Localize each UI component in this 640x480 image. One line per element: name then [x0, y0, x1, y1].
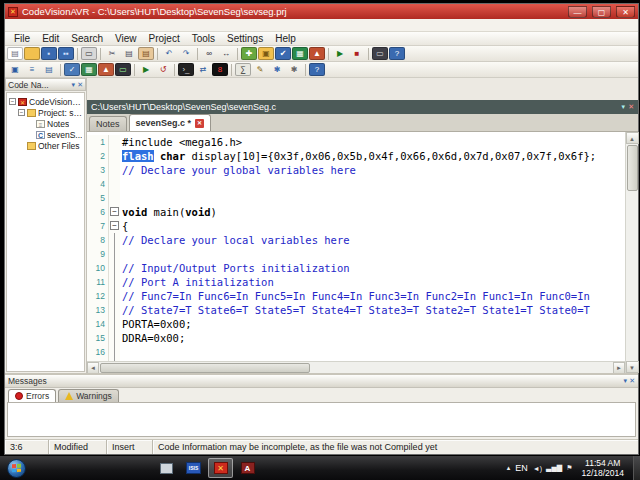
menu-edit[interactable]: Edit — [36, 32, 65, 45]
open-file-icon[interactable] — [24, 47, 40, 60]
paste-icon[interactable]: ▤ — [138, 47, 154, 60]
run-icon[interactable]: ▶ — [332, 47, 348, 60]
code-line[interactable]: 10// Input/Output Ports initialization — [87, 261, 625, 275]
tree-expander-icon[interactable]: − — [18, 109, 25, 116]
save-file-icon[interactable]: ▪ — [41, 47, 57, 60]
find-icon[interactable]: ∞ — [201, 47, 217, 60]
tab-warnings[interactable]: Warnings — [58, 389, 119, 402]
replace-icon[interactable]: ↔ — [218, 47, 234, 60]
fold-collapse-icon[interactable]: − — [110, 207, 119, 216]
tab-close-icon[interactable]: ✕ — [195, 119, 204, 128]
tree-item-codevisionavr[interactable]: −✕CodeVisionAVR — [7, 96, 84, 107]
horizontal-scrollbar[interactable]: ◄ ► — [87, 361, 625, 373]
code-line[interactable]: 11// Port A initialization — [87, 275, 625, 289]
code-line[interactable]: 9 — [87, 247, 625, 261]
compile-icon[interactable]: ✔ — [275, 47, 291, 60]
new-file-icon[interactable]: ▤ — [7, 47, 23, 60]
code-line[interactable]: 5 — [87, 191, 625, 205]
code-line[interactable]: 2flash char display[10]={0x3f,0x06,0x5b,… — [87, 149, 625, 163]
view-editors-icon[interactable]: ▣ — [7, 63, 23, 76]
menu-tools[interactable]: Tools — [186, 32, 221, 45]
horizontal-scroll-thumb[interactable] — [100, 363, 310, 373]
tab-sevenseg-c[interactable]: sevenSeg.c *✕ — [129, 114, 212, 131]
editor-close-icon[interactable]: ✕ — [628, 103, 634, 111]
redo-icon[interactable]: ↷ — [178, 47, 194, 60]
help-icon[interactable]: ? — [389, 47, 405, 60]
new-project-icon[interactable]: ✚ — [241, 47, 257, 60]
undo-icon[interactable]: ↶ — [161, 47, 177, 60]
menu-file[interactable]: File — [8, 32, 36, 45]
code-editor[interactable]: 1#include <mega16.h>2flash char display[… — [87, 132, 625, 361]
save-all-icon[interactable]: ▪▪ — [58, 47, 74, 60]
taskbar-proteus-isis[interactable]: ISIS — [181, 458, 206, 478]
tree-item-project-sev[interactable]: −Project: sev... — [7, 107, 84, 118]
code-line[interactable]: 4 — [87, 177, 625, 191]
menu-settings[interactable]: Settings — [221, 32, 269, 45]
code-line[interactable]: 3// Declare your global variables here — [87, 163, 625, 177]
vertical-scroll-thumb[interactable] — [627, 145, 638, 191]
led-display-icon[interactable]: 8 — [212, 63, 228, 76]
code-line[interactable]: 6−void main(void) — [87, 205, 625, 219]
configure-project-icon[interactable]: ✱ — [269, 63, 285, 76]
chevron-down-icon[interactable]: ▾ — [624, 376, 628, 386]
code-line[interactable]: 7−{ — [87, 219, 625, 233]
maximize-button[interactable]: ▢ — [592, 6, 611, 18]
scroll-left-icon[interactable]: ◄ — [87, 362, 99, 374]
notes-tool-icon[interactable]: ✎ — [252, 63, 268, 76]
calculator-icon[interactable]: ∑ — [235, 63, 251, 76]
taskbar-codevisionavr[interactable]: ✕ — [208, 458, 233, 478]
code-line[interactable]: 12// Func7=In Func6=In Func5=In Func4=In… — [87, 289, 625, 303]
serial-communication-icon[interactable]: ⇄ — [195, 63, 211, 76]
code-line[interactable]: 16 — [87, 345, 625, 359]
menu-search[interactable]: Search — [65, 32, 109, 45]
menu-help[interactable]: Help — [269, 32, 302, 45]
taskbar-avr-studio[interactable]: A — [235, 458, 260, 478]
scroll-up-icon[interactable]: ▲ — [626, 132, 639, 144]
make-project-icon[interactable]: ▦ — [81, 63, 97, 76]
hidden-icons-button[interactable]: ▴ — [507, 464, 511, 472]
panel-close-icon[interactable]: ✕ — [629, 376, 635, 386]
language-indicator[interactable]: EN — [515, 463, 528, 473]
taskbar-system-utility[interactable] — [154, 458, 179, 478]
terminal-icon[interactable]: ›_ — [178, 63, 194, 76]
action-center-icon[interactable]: ⚑ — [566, 464, 572, 472]
code-line[interactable]: 13// State7=T State6=T State5=T State4=T… — [87, 303, 625, 317]
code-line[interactable]: 1#include <mega16.h> — [87, 135, 625, 149]
help-contents-icon[interactable]: ? — [309, 63, 325, 76]
tab-notes[interactable]: Notes — [89, 116, 127, 131]
make-icon[interactable]: ▦ — [292, 47, 308, 60]
tab-errors[interactable]: Errors — [8, 389, 56, 402]
scroll-right-icon[interactable]: ► — [613, 362, 625, 374]
open-project-icon[interactable]: ▣ — [258, 47, 274, 60]
copy-icon[interactable]: ▤ — [121, 47, 137, 60]
chip-programmer-icon[interactable]: ▭ — [372, 47, 388, 60]
chip-reset-icon[interactable]: ↺ — [155, 63, 171, 76]
print-icon[interactable]: ▭ — [81, 47, 97, 60]
menu-project[interactable]: Project — [143, 32, 186, 45]
code-line[interactable]: 15DDRA=0x00; — [87, 331, 625, 345]
fold-collapse-icon[interactable]: − — [110, 221, 119, 230]
tree-expander-icon[interactable]: − — [9, 98, 16, 105]
close-button[interactable]: ✕ — [616, 6, 635, 18]
network-icon[interactable]: ▃▅▇ — [546, 464, 562, 472]
program-chip-icon[interactable]: ▭ — [115, 63, 131, 76]
menu-view[interactable]: View — [109, 32, 143, 45]
chevron-down-icon[interactable]: ▾ — [72, 80, 76, 90]
title-bar[interactable]: ✕ CodeVisionAVR - C:\Users\HUT\Desktop\S… — [5, 4, 638, 19]
tree-item-notes[interactable]: ≡Notes — [7, 118, 84, 129]
build-all-icon[interactable]: ▲ — [309, 47, 325, 60]
code-line[interactable]: 14PORTA=0x00; — [87, 317, 625, 331]
tree-item-sevens[interactable]: CsevenS... — [7, 129, 84, 140]
cut-icon[interactable]: ✂ — [104, 47, 120, 60]
volume-icon[interactable]: ◄) — [533, 465, 542, 472]
ide-settings-icon[interactable]: ✱ — [286, 63, 302, 76]
taskbar-clock[interactable]: 11:54 AM 12/18/2014 — [581, 458, 624, 478]
show-desktop-button[interactable] — [633, 456, 640, 480]
start-button[interactable] — [7, 459, 26, 478]
view-code-navigator-icon[interactable]: ≡ — [24, 63, 40, 76]
compile-file-icon[interactable]: ✓ — [64, 63, 80, 76]
build-all-project-icon[interactable]: ▲ — [98, 63, 114, 76]
chevron-down-icon[interactable]: ▾ — [622, 103, 626, 111]
tree-item-other-files[interactable]: Other Files — [7, 140, 84, 151]
stop-icon[interactable]: ■ — [349, 47, 365, 60]
